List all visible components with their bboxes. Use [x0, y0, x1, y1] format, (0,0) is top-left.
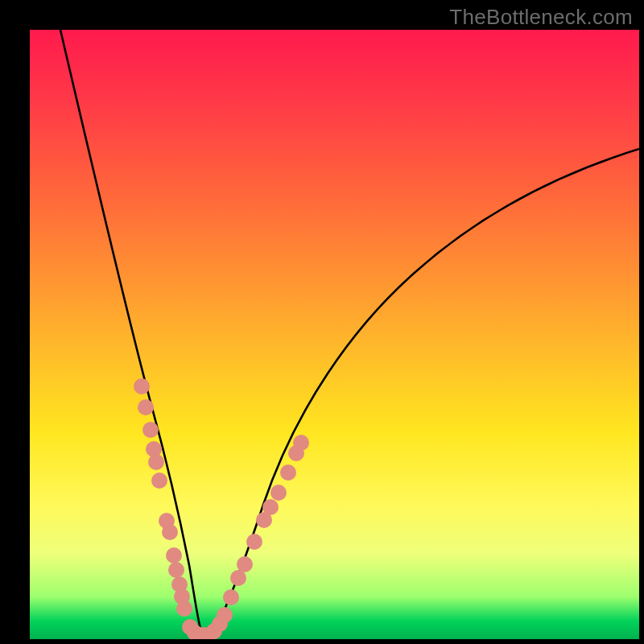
chart-frame: TheBottleneck.com [0, 0, 644, 644]
svg-point-0 [134, 378, 150, 394]
svg-point-28 [280, 464, 296, 481]
left-branch-dots [134, 378, 192, 617]
svg-point-26 [262, 499, 279, 515]
svg-point-12 [176, 601, 192, 617]
svg-point-27 [270, 485, 287, 501]
svg-point-1 [138, 399, 154, 415]
svg-point-5 [151, 473, 167, 489]
svg-point-2 [142, 422, 159, 438]
curve-path [60, 30, 639, 634]
svg-point-4 [148, 454, 164, 470]
svg-point-21 [223, 589, 239, 605]
svg-point-20 [217, 607, 233, 623]
svg-point-30 [293, 435, 309, 451]
bottleneck-curve [30, 30, 639, 639]
right-branch-dots [223, 435, 309, 605]
svg-point-23 [237, 556, 253, 572]
watermark-text: TheBottleneck.com [449, 5, 633, 30]
svg-point-24 [246, 534, 262, 550]
svg-point-7 [162, 524, 178, 540]
svg-point-8 [166, 547, 182, 564]
svg-point-9 [168, 562, 184, 578]
plot-area [30, 30, 639, 639]
svg-point-22 [230, 570, 246, 586]
